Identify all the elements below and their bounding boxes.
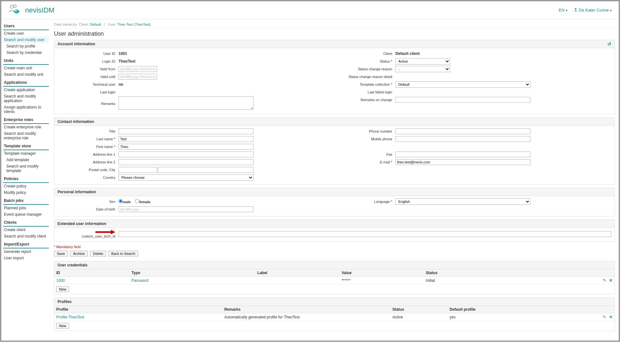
sidebar-item-add-template[interactable]: Add template — [3, 157, 49, 163]
input-address2[interactable] — [119, 159, 253, 165]
page-title: User administration — [54, 29, 615, 40]
sidebar-section-units: Units — [3, 57, 49, 65]
delete-icon[interactable]: ✕ — [609, 278, 613, 283]
delete-icon[interactable]: ✕ — [609, 315, 613, 319]
edit-icon[interactable]: ✎ — [603, 315, 606, 319]
panel-header-personal: Personal information — [54, 188, 615, 196]
sidebar-item-assign-applications[interactable]: Assign applications to clients — [3, 104, 49, 115]
label-valid-from: Valid from — [58, 67, 119, 71]
sidebar-item-create-enterprise-role[interactable]: Create enterprise role — [3, 124, 49, 130]
panel-account: Account information ↺ User ID1001 Login … — [54, 40, 615, 114]
user-dropdown[interactable]: De Kater Corine▼ — [574, 8, 612, 13]
label-country: Country — [58, 176, 119, 179]
label-last-failed-login: Last failed login — [334, 90, 395, 94]
input-valid-from[interactable] — [119, 66, 157, 72]
arrow-annotation-icon — [95, 230, 115, 234]
edit-icon[interactable]: ✎ — [603, 278, 606, 283]
radio-female[interactable] — [135, 199, 139, 203]
sidebar-section-batch-jobs: Batch jobs — [3, 197, 49, 205]
sidebar-item-create-policy[interactable]: Create policy — [3, 183, 49, 189]
sidebar-item-search-modify-user[interactable]: Search and modify user — [3, 37, 49, 43]
sidebar-section-import-export: Import/Export — [3, 241, 49, 248]
sidebar-item-create-unit[interactable]: Create main unit — [3, 65, 49, 71]
input-valid-until[interactable] — [119, 74, 157, 80]
radio-male[interactable] — [119, 199, 123, 203]
back-to-search-button[interactable]: Back to Search — [109, 251, 138, 256]
select-language[interactable]: English — [395, 198, 530, 205]
sidebar-item-search-modify-template[interactable]: Search and modify template — [3, 163, 49, 174]
svg-point-1 — [13, 5, 16, 7]
input-custom-user-tech-id[interactable] — [119, 231, 611, 237]
sidebar-item-create-application[interactable]: Create application — [3, 87, 49, 93]
select-template-collection[interactable]: Default — [395, 81, 530, 88]
sidebar-item-search-modify-application[interactable]: Search and modify application — [3, 93, 49, 104]
sidebar-item-search-by-profile[interactable]: Search by profile — [3, 43, 49, 49]
sidebar-item-search-modify-unit[interactable]: Search and modify unit — [3, 71, 49, 78]
input-postal-code[interactable] — [119, 167, 157, 173]
breadcrumb-user-link[interactable]: Theo Test (TheoTest) — [117, 22, 151, 26]
sidebar-item-generate-report[interactable]: Generate report — [3, 248, 49, 255]
new-profile-button[interactable]: New — [56, 323, 69, 329]
select-status[interactable]: Active — [395, 58, 450, 65]
col-label: Label — [255, 269, 340, 277]
input-mobile[interactable] — [395, 136, 530, 142]
credentials-table: ID Type Label Value Status 1000 Password… — [54, 269, 615, 284]
input-remarks-on-change[interactable] — [395, 97, 530, 103]
input-fax[interactable] — [395, 152, 530, 157]
label-title-field: Title — [58, 129, 119, 133]
breadcrumb-sep: / — [102, 22, 107, 26]
panel-profiles: Profiles Profile Remarks Status Default … — [54, 298, 615, 331]
profile-link[interactable]: Profile-TheoTest — [56, 315, 84, 319]
label-mobile: Mobile phone — [334, 137, 395, 141]
lang-dropdown[interactable]: EN▼ — [559, 8, 568, 13]
archive-button[interactable]: Archive — [70, 251, 88, 256]
delete-button[interactable]: Delete — [90, 251, 106, 256]
value-client: Default client — [395, 51, 420, 56]
value-login-id: TheoTest — [119, 59, 135, 64]
main: Data hierarchy Client: Default / User: T… — [50, 19, 619, 341]
sidebar-item-search-by-credential[interactable]: Search by credential — [3, 49, 49, 56]
sidebar-item-user-import[interactable]: User import — [3, 255, 49, 261]
breadcrumb-client-label: Client: — [79, 22, 89, 26]
panel-header-credentials: User credentials — [54, 261, 615, 269]
label-status: Status * — [334, 59, 395, 63]
input-title[interactable] — [119, 128, 253, 134]
mandatory-field-note: * Mandatory field — [54, 245, 615, 249]
history-icon[interactable]: ↺ — [607, 41, 611, 47]
logo-icon — [8, 4, 21, 16]
profile-status: Active — [390, 313, 447, 321]
input-phone[interactable] — [395, 128, 530, 134]
label-custom-user-tech-id: custom_user_tech_id — [82, 234, 115, 238]
sidebar-item-create-client[interactable]: Create client — [3, 227, 49, 233]
breadcrumb-client-link[interactable]: Default — [90, 22, 101, 26]
new-credential-button[interactable]: New — [56, 286, 69, 292]
profile-remarks: Automatically generated profile for Theo… — [222, 313, 390, 321]
input-email[interactable] — [395, 159, 530, 165]
sidebar-item-search-modify-enterprise-role[interactable]: Search and modify enterprise role — [3, 130, 49, 141]
input-city[interactable] — [158, 167, 253, 173]
sidebar-item-planned-jobs[interactable]: Planned jobs — [3, 205, 49, 211]
select-country[interactable]: Please choose — [119, 174, 253, 181]
input-first-name[interactable] — [119, 144, 253, 150]
label-status-change-reason-detail: Status change reason detail — [334, 75, 395, 79]
credential-id-link[interactable]: 1000 — [56, 278, 65, 283]
sidebar-item-template-manager[interactable]: Template manager — [3, 150, 49, 157]
sidebar-item-search-modify-client[interactable]: Search and modify client — [3, 233, 49, 239]
label-last-name: Last name * — [58, 137, 119, 141]
save-button[interactable]: Save — [54, 251, 68, 256]
input-remarks[interactable] — [119, 96, 253, 110]
profile-default: yes — [447, 313, 556, 321]
label-status-change-reason: Status change reason — [334, 67, 395, 71]
input-dob[interactable] — [119, 206, 253, 212]
sidebar-item-modify-policy[interactable]: Modify policy — [3, 189, 49, 196]
label-dob: Date of birth — [58, 207, 119, 211]
breadcrumb: Data hierarchy Client: Default / User: T… — [54, 21, 615, 29]
credential-type-link[interactable]: Password — [131, 278, 148, 283]
sidebar-item-create-user[interactable]: Create user — [3, 30, 49, 37]
panel-contact: Contact information Title Last name * Fi… — [54, 117, 615, 185]
select-status-change-reason[interactable]: - — [395, 66, 450, 72]
sidebar-item-event-queue[interactable]: Event queue manager — [3, 211, 49, 218]
input-last-name[interactable] — [119, 136, 253, 142]
input-address1[interactable] — [119, 152, 253, 157]
label-technical-user: Technical user — [58, 82, 119, 86]
